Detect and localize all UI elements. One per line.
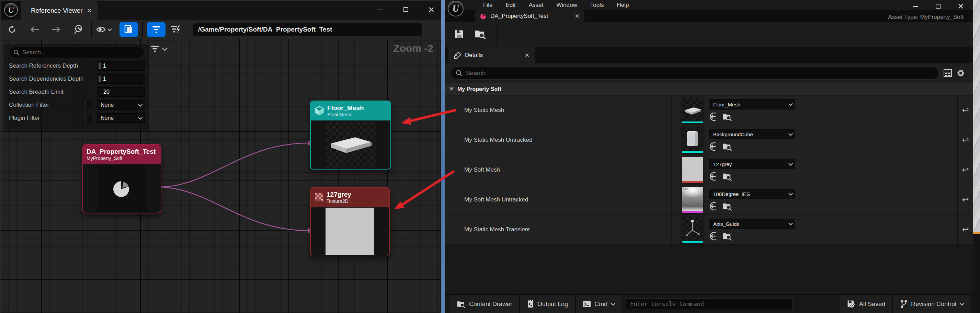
plugin-filter-checkbox[interactable]: [85, 114, 94, 122]
revert-to-default-icon[interactable]: ↩: [962, 105, 969, 115]
console-command-input[interactable]: Enter Console Command: [626, 298, 792, 310]
spin-handle[interactable]: [99, 76, 100, 83]
browse-to-asset-icon[interactable]: [722, 202, 732, 211]
close-tab-icon[interactable]: ✕: [525, 52, 530, 59]
minimize-button[interactable]: [373, 4, 388, 15]
referencers-depth-input[interactable]: 1: [97, 61, 145, 71]
output-log-button[interactable]: Output Log: [520, 295, 576, 313]
close-button[interactable]: [953, 1, 968, 12]
auto-filters-button[interactable]: [165, 25, 185, 34]
graph-search-input[interactable]: Search...: [9, 47, 145, 58]
breadth-limit-input[interactable]: 20: [97, 87, 145, 97]
duplicate-nodes-button[interactable]: [119, 22, 138, 37]
menu-file[interactable]: File: [477, 2, 499, 9]
asset-picker-dropdown[interactable]: 127grey: [709, 159, 795, 169]
chevron-down-icon: [138, 115, 143, 120]
visibility-dropdown[interactable]: [92, 26, 115, 33]
static-mesh-icon: [314, 106, 325, 116]
minimize-button[interactable]: [908, 1, 923, 12]
asset-picker-dropdown[interactable]: 180Degree_IES: [709, 189, 795, 199]
tab-details[interactable]: Details ✕: [449, 48, 535, 63]
graph-zoom-level: Zoom -2: [393, 43, 433, 54]
node-subtitle: MyProperty_Soft: [86, 156, 156, 161]
maximize-button[interactable]: [931, 1, 946, 12]
zoom-to-fit-button[interactable]: [67, 24, 91, 35]
tab-reference-viewer[interactable]: Reference Viewer ✕: [21, 2, 97, 20]
field-label: Search Breadth Limit: [9, 89, 97, 95]
display-grid-icon[interactable]: [943, 69, 952, 77]
revision-control-branch-icon: [900, 300, 908, 308]
refresh-button[interactable]: [1, 25, 23, 34]
asset-picker-dropdown[interactable]: Floor_Mesh: [709, 99, 795, 110]
graph-search-placeholder: Search...: [22, 49, 46, 56]
browse-to-asset-button[interactable]: [474, 29, 486, 40]
use-selected-asset-icon[interactable]: [709, 202, 718, 211]
use-selected-asset-icon[interactable]: [709, 172, 718, 181]
tab-da-propertysoft-test[interactable]: DA_PropertySoft_Test ✕: [475, 10, 584, 22]
use-selected-asset-icon[interactable]: [709, 142, 718, 151]
revision-control-dropdown[interactable]: Revision Control: [893, 295, 970, 313]
revert-to-default-icon[interactable]: ↩: [962, 135, 969, 145]
asset-thumbnail[interactable]: [682, 97, 703, 123]
asset-picker-dropdown[interactable]: Axis_Guide: [709, 219, 795, 229]
asset-thumbnail[interactable]: [682, 127, 703, 153]
collection-filter-dropdown[interactable]: None: [97, 100, 145, 110]
cube-thumb: [682, 127, 703, 151]
asset-path-input[interactable]: /Game/Property/Soft/DA_PropertySoft_Test: [193, 23, 422, 36]
close-tab-icon[interactable]: ✕: [87, 7, 92, 14]
node-thumbnail: [97, 165, 146, 212]
background-window-strip: [973, 0, 980, 313]
asset-picker-dropdown[interactable]: BackgroundCube: [709, 129, 795, 139]
save-button[interactable]: [454, 29, 464, 40]
asset-thumbnail[interactable]: [682, 216, 703, 243]
expand-triangle-icon: [449, 87, 454, 91]
dependencies-depth-input[interactable]: 1: [97, 74, 145, 84]
maximize-button[interactable]: [398, 4, 414, 15]
filter-lines-icon: [150, 45, 159, 52]
category-my-property-soft[interactable]: My Property Soft: [445, 83, 973, 95]
menu-asset[interactable]: Asset: [522, 2, 550, 9]
menu-edit[interactable]: Edit: [499, 2, 522, 9]
close-tab-icon[interactable]: ✕: [575, 13, 580, 20]
use-selected-asset-icon[interactable]: [709, 232, 718, 241]
reference-graph-canvas[interactable]: Zoom -2 Search... Search Referencers Dep…: [1, 39, 440, 313]
menu-tools[interactable]: Tools: [584, 2, 611, 9]
revert-to-default-icon[interactable]: ↩: [962, 165, 969, 175]
property-row-my-static-mesh-untracked: My Static Mesh Untracked BackgroundCube: [445, 125, 973, 155]
node-floor-mesh[interactable]: Floor_Mesh StaticMesh: [310, 100, 391, 170]
node-da-propertysoft-test[interactable]: DA_PropertySoft_Test MyProperty_Soft: [83, 144, 161, 213]
tab-title: Reference Viewer: [26, 7, 87, 14]
revert-to-default-icon[interactable]: ↩: [962, 225, 969, 234]
property-row-my-static-mesh: My Static Mesh Floor_Mesh: [445, 95, 973, 125]
reference-viewer-titlebar: U Reference Viewer ✕: [1, 1, 441, 20]
browse-to-asset-icon[interactable]: [722, 112, 732, 121]
property-label: My Soft Mesh: [445, 155, 671, 184]
menu-help[interactable]: Help: [610, 2, 635, 9]
settings-gear-icon[interactable]: [957, 69, 965, 77]
plugin-filter-dropdown[interactable]: None: [97, 113, 145, 123]
history-back-button[interactable]: [23, 26, 45, 33]
details-search-input[interactable]: Search: [450, 67, 939, 79]
asset-thumbnail[interactable]: [682, 157, 703, 183]
node-127grey[interactable]: 127grey Texture2D: [310, 187, 390, 256]
graph-filter-dropdown[interactable]: [150, 45, 166, 52]
filters-button[interactable]: [147, 22, 165, 37]
collection-filter-checkbox[interactable]: [85, 101, 94, 109]
browse-to-asset-icon[interactable]: [722, 232, 732, 241]
history-forward-button[interactable]: [45, 26, 67, 33]
use-selected-asset-icon[interactable]: [709, 112, 718, 121]
details-pencil-icon: [454, 51, 461, 59]
details-panel: Details ✕ Search My Property Soft: [445, 48, 973, 294]
category-title: My Property Soft: [457, 86, 501, 92]
content-drawer-button[interactable]: Content Drawer: [450, 295, 520, 313]
browse-to-asset-icon[interactable]: [722, 172, 732, 181]
asset-thumbnail[interactable]: 180: [682, 187, 703, 213]
revert-to-default-icon[interactable]: ↩: [962, 195, 969, 205]
all-saved-button[interactable]: All Saved: [840, 295, 893, 313]
cmd-dropdown[interactable]: Cmd: [576, 295, 621, 313]
menu-window[interactable]: Window: [550, 2, 584, 9]
close-button[interactable]: [424, 4, 439, 15]
browse-to-asset-icon[interactable]: [722, 142, 732, 151]
spin-handle[interactable]: [99, 62, 100, 69]
chevron-down-icon: [611, 301, 615, 306]
